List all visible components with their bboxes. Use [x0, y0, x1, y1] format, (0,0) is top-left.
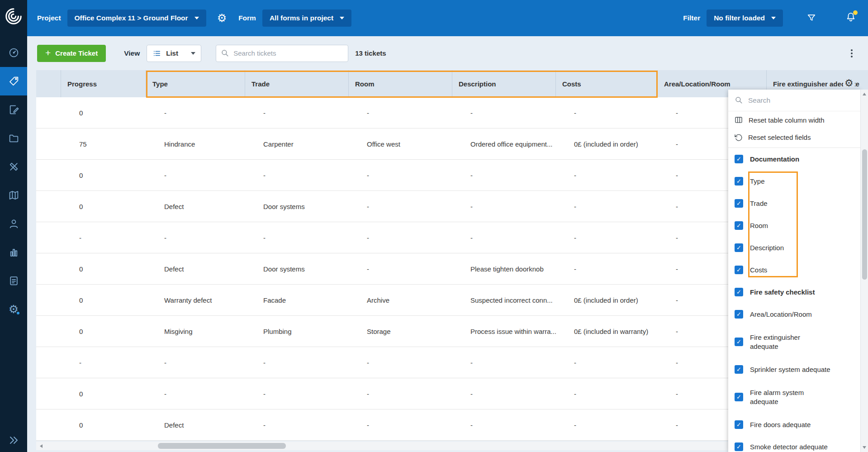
table-horizontal-scrollbar[interactable]: [36, 442, 728, 450]
sidebar-item-tickets[interactable]: [0, 67, 27, 95]
scroll-down-arrow[interactable]: [861, 444, 868, 451]
checkbox-checked-icon[interactable]: ✓: [735, 420, 743, 429]
settings-accent-dot: [16, 311, 20, 315]
checkbox-checked-icon[interactable]: ✓: [735, 442, 743, 451]
filter-dropdown[interactable]: No filter loaded: [707, 10, 783, 27]
project-dropdown[interactable]: Office Complex 11 > Ground Floor: [67, 10, 206, 27]
cell-room: Archive: [349, 285, 452, 315]
field-toggle-description[interactable]: ✓Description: [728, 237, 860, 259]
sidebar-item-plans[interactable]: [0, 181, 27, 209]
document-pen-icon: [8, 104, 19, 115]
kebab-menu-icon[interactable]: [849, 48, 854, 59]
panel-scrollbar[interactable]: [860, 90, 868, 452]
cell-progress: 0: [61, 316, 146, 347]
filter-funnel-button[interactable]: [806, 13, 816, 23]
checkbox-checked-icon[interactable]: ✓: [735, 365, 743, 374]
cell-type: Defect: [146, 191, 245, 222]
field-toggle-type[interactable]: ✓Type: [728, 170, 860, 192]
field-toggle-smoke-detector-adequate[interactable]: ✓Smoke detector adequate: [728, 436, 860, 452]
field-toggle-documentation[interactable]: ✓Documentation: [728, 148, 860, 170]
sidebar-item-reports[interactable]: [0, 266, 27, 295]
checkbox-checked-icon[interactable]: ✓: [735, 338, 743, 346]
sidebar-item-statistics[interactable]: [0, 238, 27, 266]
view-mode-dropdown[interactable]: List: [147, 45, 201, 62]
field-label: Smoke detector adequate: [750, 442, 828, 452]
field-toggle-fire-doors-adequate[interactable]: ✓Fire doors adequate: [728, 414, 860, 436]
cell-description: -: [452, 97, 556, 128]
column-header-type[interactable]: Type: [146, 70, 245, 97]
panel-search-input[interactable]: [748, 96, 854, 105]
field-toggle-area-location-room[interactable]: ✓Area/Location/Room: [728, 303, 860, 325]
column-header-room[interactable]: Room: [349, 70, 452, 97]
checkbox-checked-icon[interactable]: ✓: [735, 266, 743, 274]
chevron-down-icon: [194, 17, 199, 19]
cell-trade: Facade: [245, 285, 349, 315]
sidebar-nav: ⚙: [0, 38, 27, 324]
column-header-description[interactable]: Description: [452, 70, 556, 97]
sidebar-expand-button[interactable]: [0, 431, 27, 449]
cell-costs: 0£ (included in order): [556, 285, 658, 315]
checkbox-checked-icon[interactable]: ✓: [735, 221, 743, 230]
sidebar-item-forms[interactable]: [0, 95, 27, 124]
sidebar-item-overview[interactable]: [0, 38, 27, 67]
checkbox-checked-icon[interactable]: ✓: [735, 243, 743, 252]
notifications-button[interactable]: [845, 12, 856, 24]
project-settings-button[interactable]: ⚙: [217, 13, 227, 24]
column-header-trade[interactable]: Trade: [245, 70, 349, 97]
cell-progress: 75: [61, 128, 146, 159]
cell-trade: -: [245, 222, 349, 253]
checkbox-checked-icon[interactable]: ✓: [735, 288, 743, 296]
cell-trade: Carpenter: [245, 128, 349, 159]
sidebar-item-documents[interactable]: [0, 124, 27, 152]
cell-type: Misgiving: [146, 316, 245, 347]
sidebar-item-tools[interactable]: [0, 152, 27, 181]
search-tickets-input[interactable]: [233, 49, 343, 57]
notification-badge: [853, 10, 858, 15]
field-label: Description: [750, 243, 784, 252]
tools-icon: [8, 161, 19, 172]
cell-trade: -: [245, 409, 349, 440]
cell-type: -: [146, 378, 245, 409]
field-toggle-costs[interactable]: ✓Costs: [728, 259, 860, 281]
view-label: View: [124, 49, 140, 57]
form-dropdown[interactable]: All forms in project: [262, 10, 351, 27]
panel-search: [728, 90, 860, 111]
cell-description: -: [452, 347, 556, 378]
panel-scrollbar-thumb[interactable]: [862, 149, 867, 280]
field-toggle-fire-safety-checklist[interactable]: ✓Fire safety checklist: [728, 281, 860, 303]
cell-description: Please tighten doorknob: [452, 253, 556, 284]
scroll-up-arrow[interactable]: [861, 90, 868, 98]
app-logo[interactable]: [0, 4, 27, 29]
cell-room: -: [349, 347, 452, 378]
checkbox-checked-icon[interactable]: ✓: [735, 155, 743, 163]
column-header-costs[interactable]: Costs: [556, 70, 658, 97]
scroll-left-arrow[interactable]: [37, 442, 45, 450]
checkbox-checked-icon[interactable]: ✓: [735, 177, 743, 186]
cell-select: [36, 128, 61, 159]
sidebar-item-contacts[interactable]: [0, 209, 27, 238]
column-header-progress[interactable]: Progress: [61, 70, 146, 97]
cell-trade: Door systems: [245, 253, 349, 284]
checkbox-checked-icon[interactable]: ✓: [735, 199, 743, 208]
checkbox-checked-icon[interactable]: ✓: [735, 310, 743, 319]
sidebar-item-settings[interactable]: ⚙: [0, 295, 27, 324]
checkbox-checked-icon[interactable]: ✓: [735, 393, 743, 401]
field-toggle-room[interactable]: ✓Room: [728, 214, 860, 237]
ticket-search: [216, 45, 348, 62]
field-toggle-trade[interactable]: ✓Trade: [728, 192, 860, 214]
cell-type: Warranty defect: [146, 285, 245, 315]
horizontal-scrollbar-thumb[interactable]: [158, 443, 286, 449]
field-toggle-fire-alarm-system-adequate[interactable]: ✓Fire alarm systemadequate: [728, 381, 860, 414]
field-toggle-fire-extinguisher-adequate[interactable]: ✓Fire extinguisheradequate: [728, 325, 860, 358]
create-ticket-button[interactable]: + Create Ticket: [37, 45, 106, 62]
cell-type: Hindrance: [146, 128, 245, 159]
double-chevron-right-icon: [8, 435, 19, 446]
reset-selected-fields-button[interactable]: Reset selected fields: [728, 128, 860, 146]
reset-column-width-button[interactable]: Reset table column width: [728, 111, 860, 128]
column-settings-gear-icon[interactable]: ⚙: [843, 78, 855, 89]
cell-progress: -: [61, 222, 146, 253]
cell-progress: 0: [61, 191, 146, 222]
field-toggle-sprinkler-system-adequate[interactable]: ✓Sprinkler system adequate: [728, 358, 860, 381]
chevron-down-icon: [771, 17, 776, 19]
toolbar: + Create Ticket View List 13 tickets: [27, 36, 868, 70]
